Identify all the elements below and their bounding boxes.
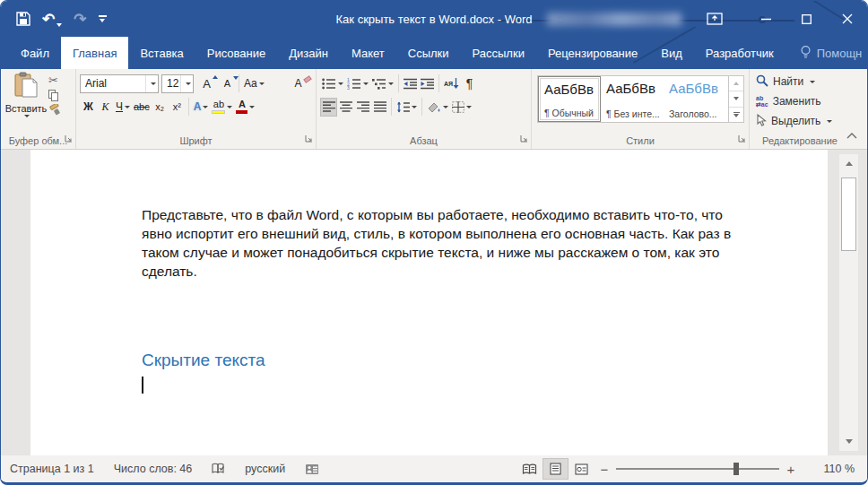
align-left-button[interactable]: [320, 98, 337, 117]
tell-me-helper[interactable]: Помощн: [791, 37, 868, 69]
ribbon-display-options-icon[interactable]: [707, 13, 723, 25]
shading-button[interactable]: [425, 98, 450, 117]
account-name-blurred[interactable]: [547, 13, 681, 26]
select-dropdown-icon[interactable]: [827, 120, 832, 123]
styles-scroll-down-icon[interactable]: [729, 91, 743, 107]
bold-button[interactable]: Ж: [80, 98, 97, 117]
paste-dropdown-icon[interactable]: [24, 115, 30, 117]
close-button[interactable]: [827, 1, 867, 37]
bullets-button[interactable]: [320, 74, 345, 93]
font-size-dropdown-icon[interactable]: [180, 75, 193, 92]
styles-gallery-scrollbar: [728, 76, 743, 122]
justify-button[interactable]: [371, 98, 388, 117]
styles-gallery: АаБбВв ¶ Обычный АаБбВв ¶ Без инте... Аа…: [537, 75, 744, 123]
subscript-button[interactable]: x₂: [152, 98, 169, 117]
font-dialog-launcher-icon[interactable]: [305, 134, 313, 144]
save-icon[interactable]: [16, 9, 30, 29]
vertical-scrollbar[interactable]: [838, 153, 859, 452]
underline-button[interactable]: Ч: [114, 98, 132, 117]
zoom-in-button[interactable]: +: [781, 462, 801, 477]
find-dropdown-icon[interactable]: [810, 81, 815, 83]
tab-layout[interactable]: Макет: [340, 37, 396, 69]
word-count[interactable]: Число слов: 46: [114, 463, 193, 475]
zoom-slider-thumb[interactable]: [733, 463, 739, 475]
macro-record-icon[interactable]: [305, 463, 319, 475]
document-area: Представьте, что в файл Word, с которым …: [1, 150, 867, 455]
language-indicator[interactable]: русский: [245, 463, 285, 475]
zoom-level[interactable]: 110 %: [808, 463, 855, 475]
read-mode-icon[interactable]: [516, 458, 542, 480]
change-case-button[interactable]: Aa: [242, 74, 266, 93]
superscript-button[interactable]: x²: [169, 98, 186, 117]
style-heading1[interactable]: АаБбВв Заголово...: [664, 76, 726, 122]
font-name-combo[interactable]: Arial: [80, 74, 159, 93]
decrease-indent-button[interactable]: [402, 74, 419, 93]
numbering-button[interactable]: 123: [345, 74, 370, 93]
cut-icon[interactable]: ✂: [48, 74, 61, 87]
zoom-slider[interactable]: [616, 468, 779, 470]
maximize-button[interactable]: [786, 1, 827, 37]
paragraph-dialog-launcher-icon[interactable]: [520, 134, 528, 144]
tab-mailings[interactable]: Рассылки: [461, 37, 536, 69]
paste-button[interactable]: Вставить: [6, 72, 46, 132]
font-name-dropdown-icon[interactable]: [145, 75, 158, 92]
document-heading[interactable]: Скрытие текста: [142, 351, 265, 370]
grow-font-button[interactable]: А: [198, 74, 215, 93]
style-no-spacing[interactable]: АаБбВв ¶ Без инте...: [601, 76, 664, 122]
collapse-ribbon-icon[interactable]: [846, 126, 857, 143]
format-painter-icon[interactable]: [48, 104, 61, 120]
tab-view[interactable]: Вид: [649, 37, 694, 69]
font-size-combo[interactable]: 12: [161, 74, 194, 93]
strikethrough-button[interactable]: abc: [132, 98, 152, 117]
text-effects-button[interactable]: А: [192, 98, 211, 117]
tab-review[interactable]: Рецензирование: [536, 37, 649, 69]
tab-insert[interactable]: Вставка: [128, 37, 195, 69]
web-layout-icon[interactable]: [569, 458, 595, 480]
sort-button[interactable]: АЯ: [442, 74, 461, 93]
replace-button[interactable]: ab⇄ac Заменить: [750, 91, 850, 111]
font-color-button[interactable]: А: [234, 98, 256, 117]
tab-draw[interactable]: Рисование: [195, 37, 277, 69]
page-indicator[interactable]: Страница 1 из 1: [10, 463, 94, 475]
clipboard-dialog-launcher-icon[interactable]: [65, 134, 73, 144]
styles-more-icon[interactable]: [729, 108, 743, 122]
select-button[interactable]: Выделить: [750, 111, 850, 131]
proofing-status-icon[interactable]: [212, 463, 225, 475]
underline-dropdown-icon[interactable]: [125, 106, 130, 108]
minimize-button[interactable]: [746, 1, 786, 37]
shrink-font-button[interactable]: А: [219, 74, 236, 93]
highlight-color-button[interactable]: ab: [210, 98, 234, 117]
italic-button[interactable]: К: [97, 98, 114, 117]
customize-quick-access-icon[interactable]: [99, 15, 107, 22]
scroll-down-icon[interactable]: [840, 433, 857, 450]
tab-references[interactable]: Ссылки: [396, 37, 461, 69]
copy-icon[interactable]: [48, 90, 59, 101]
scroll-up-icon[interactable]: [840, 155, 857, 172]
undo-button[interactable]: ↶: [42, 12, 62, 27]
increase-indent-button[interactable]: [419, 74, 436, 93]
show-paragraph-marks-button[interactable]: ¶: [461, 74, 478, 93]
tab-developer[interactable]: Разработчик: [694, 37, 786, 69]
scrollbar-thumb[interactable]: [841, 178, 856, 251]
document-page[interactable]: Представьте, что в файл Word, с которым …: [30, 150, 828, 455]
tab-home[interactable]: Главная: [61, 37, 128, 69]
line-spacing-button[interactable]: [395, 98, 419, 117]
style-normal[interactable]: АаБбВв ¶ Обычный: [538, 76, 601, 122]
tab-design[interactable]: Дизайн: [277, 37, 340, 69]
clear-formatting-button[interactable]: А: [290, 74, 307, 93]
align-right-button[interactable]: [354, 98, 371, 117]
tab-file[interactable]: Файл: [9, 37, 61, 69]
quick-access-toolbar: ↶ ↷: [16, 9, 107, 29]
styles-scroll-up-icon[interactable]: [729, 76, 743, 91]
title-bar: Как скрыть текст в Word.docx - Word ↶ ↷: [1, 1, 867, 37]
zoom-out-button[interactable]: −: [595, 462, 614, 477]
document-paragraph[interactable]: Представьте, что в файл Word, с которым …: [142, 205, 741, 281]
print-layout-icon[interactable]: [542, 458, 569, 480]
styles-dialog-launcher-icon[interactable]: [738, 134, 746, 144]
borders-button[interactable]: [450, 98, 473, 117]
find-button[interactable]: Найти: [750, 72, 850, 91]
multilevel-list-button[interactable]: [370, 74, 395, 93]
align-center-button[interactable]: [337, 98, 354, 117]
clipboard-group: Вставить ✂ Буфер обм...: [1, 69, 76, 149]
undo-dropdown-icon[interactable]: [56, 23, 62, 27]
